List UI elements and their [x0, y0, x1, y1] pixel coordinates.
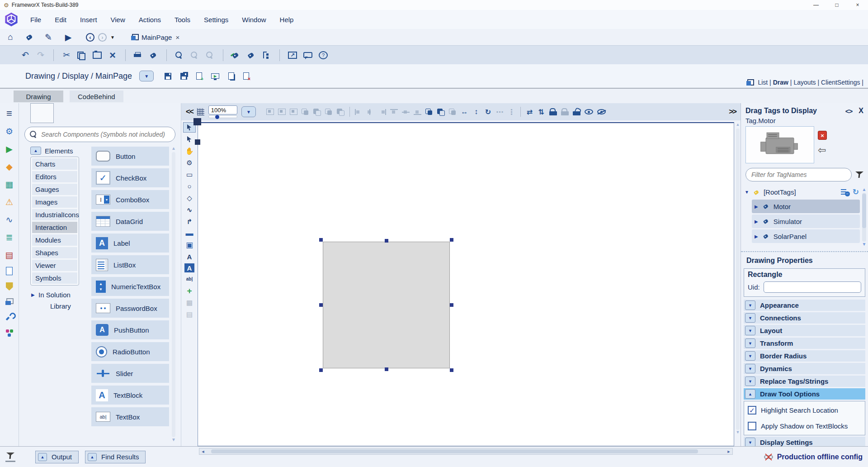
scroll-thumb[interactable]: [862, 194, 866, 228]
copy-icon[interactable]: [77, 52, 86, 59]
tree-scrollbar[interactable]: ▲ ▼: [861, 187, 867, 248]
property-section[interactable]: Replace Tags/Strings: [744, 376, 865, 387]
separator[interactable]: [349, 107, 350, 117]
main-menu-icon[interactable]: ≡: [4, 109, 15, 119]
delete-display-icon[interactable]: [243, 72, 249, 80]
solution-item[interactable]: Library: [30, 302, 79, 310]
expand-node-icon[interactable]: ▶: [755, 219, 758, 224]
order-forward-icon[interactable]: [313, 109, 321, 115]
line-tool[interactable]: ↱: [183, 216, 196, 227]
collapse-panel-icon[interactable]: <>: [845, 107, 853, 115]
datasets-icon[interactable]: ≣: [4, 232, 15, 242]
component-card[interactable]: Slider: [91, 364, 169, 383]
tag-settings-icon[interactable]: [247, 51, 256, 59]
filter-list-icon[interactable]: [841, 189, 849, 195]
category-item[interactable]: Viewer: [32, 260, 77, 271]
close-tab-icon[interactable]: ×: [175, 33, 179, 41]
zoom-control[interactable]: [208, 105, 237, 118]
home-icon[interactable]: ⌂: [5, 32, 15, 42]
category-item[interactable]: Gauges: [32, 184, 77, 195]
expand-section-icon[interactable]: [745, 338, 755, 348]
settings-icon[interactable]: ⚙: [4, 126, 15, 136]
view-link[interactable]: Layouts: [794, 79, 820, 86]
paint-icon[interactable]: ✎: [43, 32, 53, 42]
search-next-icon[interactable]: [190, 51, 199, 59]
cut-icon[interactable]: ✂: [62, 50, 71, 60]
separator[interactable]: [223, 49, 223, 61]
menu-item[interactable]: Actions: [132, 13, 168, 26]
component-card[interactable]: PushButton: [91, 320, 169, 339]
selection-handle[interactable]: [319, 238, 323, 242]
property-section[interactable]: Border Radius: [744, 350, 865, 362]
symbol-tool-2[interactable]: ▤: [183, 309, 196, 319]
scroll-up-icon[interactable]: ▲: [736, 122, 740, 129]
component-card[interactable]: ComboBox: [91, 190, 169, 209]
components-scrollbar[interactable]: ▲ ▼: [171, 146, 176, 443]
history-dropdown-icon[interactable]: ▼: [110, 35, 115, 40]
component-card[interactable]: Button: [91, 147, 169, 166]
scroll-thumb[interactable]: [211, 449, 698, 453]
menu-item[interactable]: Help: [273, 13, 301, 26]
ellipse-tool[interactable]: ○: [183, 181, 196, 191]
filter-icon[interactable]: [855, 171, 863, 178]
tag-tree-item[interactable]: ▶ Motor: [752, 200, 860, 213]
category-item[interactable]: Shapes: [32, 247, 77, 258]
search-input[interactable]: [41, 131, 170, 138]
frame-tool[interactable]: ▣: [183, 240, 196, 250]
category-item[interactable]: Charts: [32, 158, 77, 170]
lock-disabled-icon[interactable]: [561, 111, 569, 115]
menu-item[interactable]: Tools: [168, 13, 197, 26]
property-section[interactable]: Appearance: [744, 300, 865, 311]
canvas-edge-handle[interactable]: [195, 139, 200, 145]
property-section[interactable]: Transform: [744, 338, 865, 349]
selection-handle[interactable]: [385, 239, 388, 243]
align-top-icon[interactable]: [390, 109, 398, 115]
scroll-down-icon[interactable]: ▼: [171, 437, 176, 443]
selection-handle[interactable]: [450, 238, 453, 242]
lock-icon[interactable]: [549, 111, 557, 115]
pointer-tool[interactable]: [183, 134, 196, 144]
save-icon[interactable]: [165, 73, 171, 80]
order-back-icon[interactable]: [337, 109, 344, 115]
selection-handle[interactable]: [450, 368, 453, 372]
rectangle-element[interactable]: [323, 242, 450, 368]
tag-hierarchy-icon[interactable]: [262, 52, 271, 58]
run-icon[interactable]: ▶: [63, 32, 73, 42]
align-bottom-icon[interactable]: [414, 109, 421, 115]
option-row[interactable]: Highlight Search Location: [748, 406, 861, 415]
category-item[interactable]: Symbols: [32, 272, 77, 284]
separator[interactable]: [279, 49, 280, 61]
open-page-tab[interactable]: MainPage ×: [131, 33, 179, 41]
separator[interactable]: [125, 49, 126, 61]
panel-tool[interactable]: ▬: [183, 228, 196, 238]
alarms-icon[interactable]: ⚠: [4, 197, 15, 207]
selection-handle[interactable]: [450, 303, 453, 307]
security-icon[interactable]: [6, 282, 13, 291]
maximize-button[interactable]: □: [826, 0, 847, 10]
collapse-section-icon[interactable]: [745, 389, 755, 399]
component-card[interactable]: Label: [91, 234, 169, 253]
grid-toggle-icon[interactable]: [197, 108, 204, 115]
property-section-active[interactable]: Draw Tool Options: [744, 388, 865, 400]
open-external-icon[interactable]: [288, 52, 297, 59]
collapse-left-button[interactable]: <<: [186, 107, 193, 116]
add-symbol-tool[interactable]: +: [183, 286, 196, 296]
component-card[interactable]: RadioButton: [91, 342, 169, 361]
refresh-icon[interactable]: ↻: [853, 187, 859, 197]
tag-tree-item[interactable]: ▶ Simulator: [752, 214, 860, 228]
scroll-track[interactable]: [736, 129, 740, 430]
group-icon[interactable]: [266, 109, 274, 115]
symbol-tool-1[interactable]: ▦: [183, 297, 196, 308]
back-arrow-icon[interactable]: ⇦: [818, 144, 827, 156]
zoom-slider-thumb[interactable]: [215, 115, 219, 119]
distribute-icon[interactable]: ⋯: [496, 108, 504, 116]
minimize-button[interactable]: —: [806, 0, 826, 10]
category-item[interactable]: Images: [32, 196, 77, 208]
zoom-dropdown-button[interactable]: ▼: [241, 106, 256, 117]
component-card[interactable]: DataGrid: [91, 212, 169, 231]
doc-tab[interactable]: Drawing: [14, 91, 63, 102]
add-tag-icon[interactable]: [231, 51, 241, 59]
run-startup-icon[interactable]: ▶: [4, 144, 15, 154]
polygon-tool[interactable]: ◇: [183, 193, 196, 203]
modules-icon[interactable]: [6, 329, 9, 333]
